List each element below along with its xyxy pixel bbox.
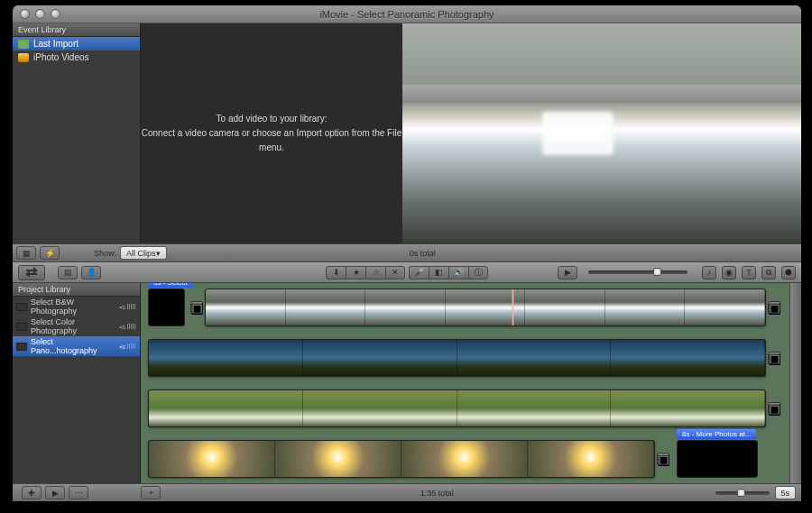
- play-project-button[interactable]: ▶: [45, 486, 65, 499]
- project-total-duration: 1:35 total: [420, 489, 454, 498]
- event-total-duration: 0s total: [410, 249, 436, 258]
- timeline-scrollbar[interactable]: [789, 283, 801, 483]
- clip-frame: [611, 340, 765, 376]
- show-label: Show:: [94, 249, 116, 258]
- clip-frame: [401, 441, 528, 477]
- event-library-header: Event Library: [13, 23, 140, 37]
- project-timeline[interactable]: 3s - Select ▣ ▣: [141, 283, 789, 483]
- empty-msg-line2: Connect a video camera or choose an Impo…: [141, 126, 402, 155]
- lower-pane: Project Library Select B&W Photography •…: [13, 283, 801, 483]
- inspector-button[interactable]: ⓘ: [468, 266, 488, 279]
- import-button[interactable]: ⬇: [326, 266, 346, 279]
- clip-frame: [457, 340, 612, 376]
- project-library-header: Project Library: [13, 283, 140, 297]
- transition-icon[interactable]: ▣: [768, 352, 780, 364]
- clip-filter-select[interactable]: All Clips ▾: [120, 246, 167, 260]
- preview-viewer[interactable]: [402, 23, 801, 243]
- people-view-button[interactable]: 👤: [81, 266, 101, 279]
- preview-image: [402, 23, 801, 243]
- music-browser-button[interactable]: ♪: [702, 266, 716, 279]
- crop-button[interactable]: ◧: [429, 266, 448, 279]
- favorite-button[interactable]: ★: [346, 266, 365, 279]
- project-thumb-icon: [16, 303, 27, 311]
- clip-frame: [457, 390, 612, 426]
- swap-panes-button[interactable]: [18, 265, 45, 280]
- project-meta: •s: [119, 343, 136, 351]
- transition-icon[interactable]: ▣: [768, 301, 780, 314]
- clip-row: 3s - Select ▣ ▣: [148, 289, 782, 326]
- clip-frame: [365, 289, 446, 325]
- reject-button[interactable]: ✕: [385, 266, 405, 279]
- event-item-label: Last Import: [33, 39, 78, 49]
- clip-frame: [206, 289, 286, 325]
- transition-icon[interactable]: ▣: [190, 301, 203, 314]
- clip-frame: [605, 289, 686, 325]
- transition-icon[interactable]: ▣: [657, 453, 669, 465]
- voiceover-button[interactable]: 🎤: [409, 266, 429, 279]
- event-toolbar: ▦ ⚡ Show: All Clips ▾ 0s total: [13, 243, 801, 262]
- clip-frame: [303, 390, 457, 426]
- volume-thumb[interactable]: [653, 268, 661, 276]
- upper-pane: Event Library Last Import iPhoto Videos …: [13, 23, 801, 243]
- clip-strip[interactable]: [148, 339, 766, 377]
- clip-frame: [525, 289, 605, 325]
- clip-strip[interactable]: [148, 440, 655, 478]
- edit-tools-group: ⬇ ★ ☆ ✕ 🎤 ◧ 🔊 ⓘ: [326, 266, 488, 279]
- transition-icon[interactable]: ▣: [768, 402, 780, 415]
- project-settings-button[interactable]: ⋯: [69, 486, 88, 499]
- iphoto-icon: [18, 53, 29, 62]
- clip-frame: [149, 340, 303, 376]
- project-thumb-icon: [16, 343, 27, 351]
- photo-browser-button[interactable]: ◉: [722, 266, 736, 279]
- maps-browser-button[interactable]: ⬢: [781, 266, 796, 279]
- new-project-button[interactable]: ✚: [22, 486, 42, 499]
- clip-frame: [275, 441, 401, 477]
- event-view-grid-button[interactable]: ▦: [16, 246, 36, 260]
- window-title: iMovie - Select Panoramic Photography: [13, 9, 801, 20]
- browser-buttons: ♪ ◉ T ⧉ ⬢: [702, 266, 796, 279]
- add-button[interactable]: ＋: [141, 486, 161, 499]
- clip-frame: [611, 390, 765, 426]
- clip-frame: [303, 340, 457, 376]
- clip-frame: [149, 390, 303, 426]
- project-item-label: Select B&W Photography: [31, 298, 115, 316]
- event-item-last-import[interactable]: Last Import: [13, 37, 140, 50]
- project-item[interactable]: Select Color Photography •s: [13, 316, 140, 336]
- volume-slider[interactable]: [588, 270, 687, 274]
- clip-duration-label: 3s - Select: [148, 283, 193, 288]
- clip-row: ▣: [148, 339, 782, 377]
- clip-row: ▣: [148, 389, 782, 427]
- audio-adjust-button[interactable]: 🔊: [448, 266, 468, 279]
- clip-gap[interactable]: [148, 289, 185, 326]
- clip-strip[interactable]: [205, 289, 766, 326]
- project-meta: •s: [119, 303, 136, 311]
- project-statusbar: ✚ ▶ ⋯ ＋ 1:35 total 5s: [13, 483, 801, 501]
- project-item[interactable]: Select B&W Photography •s: [13, 297, 140, 316]
- titles-browser-button[interactable]: T: [742, 266, 756, 279]
- clip-duration-label: 8s - More Photos at...: [677, 429, 756, 439]
- project-thumb-icon: [16, 323, 27, 331]
- play-fullscreen-button[interactable]: ▶: [558, 266, 577, 279]
- clip-frame: [149, 441, 275, 477]
- project-item[interactable]: Select Pano...hotography •s: [13, 336, 140, 356]
- clip-frame: [446, 289, 526, 325]
- titlebar: iMovie - Select Panoramic Photography: [13, 5, 801, 23]
- event-item-label: iPhoto Videos: [33, 52, 89, 62]
- clip-strip[interactable]: [148, 389, 766, 427]
- transitions-browser-button[interactable]: ⧉: [761, 266, 776, 279]
- project-meta: •s: [119, 323, 136, 331]
- event-item-iphoto[interactable]: iPhoto Videos: [13, 50, 140, 64]
- event-view-list-button[interactable]: ⚡: [40, 246, 60, 260]
- unfavorite-button[interactable]: ☆: [365, 266, 385, 279]
- zoom-thumb[interactable]: [737, 489, 745, 497]
- clip-gap[interactable]: [677, 440, 758, 478]
- center-toolbar: ▤ 👤 ⬇ ★ ☆ ✕ 🎤 ◧ 🔊 ⓘ ▶ ♪ ◉ T ⧉ ⬢: [13, 262, 801, 283]
- zoom-value[interactable]: 5s: [775, 486, 797, 499]
- empty-msg-line1: To add video to your library:: [217, 112, 328, 126]
- thumbnail-zoom-slider[interactable]: [715, 491, 770, 495]
- frame-view-button[interactable]: ▤: [58, 266, 78, 279]
- app-window: iMovie - Select Panoramic Photography Ev…: [13, 5, 801, 501]
- empty-library-message: To add video to your library: Connect a …: [141, 23, 402, 243]
- clip-row: ▣ 8s - More Photos at...: [148, 440, 782, 478]
- clip-frame: [286, 289, 366, 325]
